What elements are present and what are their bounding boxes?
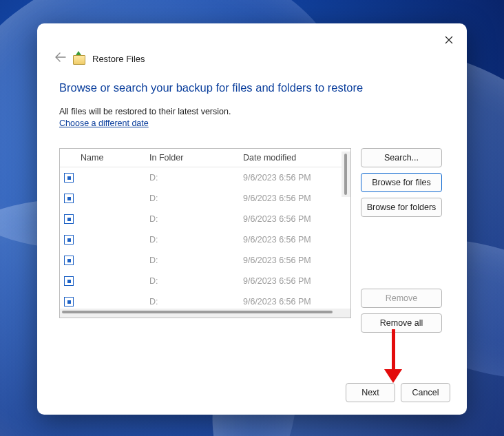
- choose-date-link[interactable]: Choose a different date: [59, 118, 149, 128]
- file-icon: [60, 297, 78, 307]
- remove-all-button[interactable]: Remove all: [361, 313, 442, 333]
- file-icon: [60, 235, 78, 245]
- back-arrow-icon[interactable]: [55, 52, 66, 65]
- version-subtext: All files will be restored to their late…: [59, 107, 445, 116]
- col-date-header[interactable]: Date modified: [243, 153, 350, 163]
- file-icon: [60, 256, 78, 265]
- cancel-button[interactable]: Cancel: [401, 383, 450, 402]
- table-row[interactable]: D:9/6/2023 6:56 PM: [60, 209, 350, 229]
- row-date: 9/6/2023 6:56 PM: [243, 256, 350, 265]
- row-folder: D:: [149, 276, 243, 286]
- file-icon: [60, 194, 78, 203]
- table-row[interactable]: D:9/6/2023 6:56 PM: [60, 271, 350, 291]
- table-header: Name In Folder Date modified: [60, 149, 350, 167]
- dialog-heading: Browse or search your backup for files a…: [59, 81, 445, 94]
- col-name-header[interactable]: Name: [78, 153, 149, 163]
- row-date: 9/6/2023 6:56 PM: [243, 214, 350, 224]
- file-icon: [60, 173, 78, 183]
- vertical-scrollbar[interactable]: [342, 152, 350, 197]
- col-folder-header[interactable]: In Folder: [149, 153, 243, 163]
- next-button[interactable]: Next: [346, 383, 395, 402]
- table-row[interactable]: D:9/6/2023 6:56 PM: [60, 250, 350, 271]
- search-button[interactable]: Search...: [361, 148, 442, 167]
- close-icon[interactable]: [442, 33, 456, 47]
- row-folder: D:: [149, 297, 243, 307]
- horizontal-scrollbar[interactable]: [60, 309, 350, 318]
- remove-button[interactable]: Remove: [361, 289, 442, 308]
- restore-app-icon: [73, 52, 85, 65]
- restore-files-dialog: Restore Files Browse or search your back…: [37, 23, 467, 415]
- table-row[interactable]: D:9/6/2023 6:56 PM: [60, 188, 350, 209]
- file-icon: [60, 276, 78, 286]
- browse-files-button[interactable]: Browse for files: [361, 173, 442, 192]
- row-date: 9/6/2023 6:56 PM: [243, 276, 350, 286]
- row-folder: D:: [149, 256, 243, 265]
- row-folder: D:: [149, 173, 243, 183]
- browse-folders-button[interactable]: Browse for folders: [361, 198, 442, 217]
- row-folder: D:: [149, 235, 243, 245]
- window-title: Restore Files: [92, 54, 145, 64]
- row-date: 9/6/2023 6:56 PM: [243, 297, 350, 307]
- row-date: 9/6/2023 6:56 PM: [243, 173, 350, 183]
- file-icon: [60, 214, 78, 224]
- row-folder: D:: [149, 214, 243, 224]
- table-row[interactable]: D:9/6/2023 6:56 PM: [60, 167, 350, 188]
- row-date: 9/6/2023 6:56 PM: [243, 194, 350, 203]
- row-folder: D:: [149, 194, 243, 203]
- row-date: 9/6/2023 6:56 PM: [243, 235, 350, 245]
- table-row[interactable]: D:9/6/2023 6:56 PM: [60, 229, 350, 250]
- file-list-table[interactable]: Name In Folder Date modified D:9/6/2023 …: [59, 148, 351, 318]
